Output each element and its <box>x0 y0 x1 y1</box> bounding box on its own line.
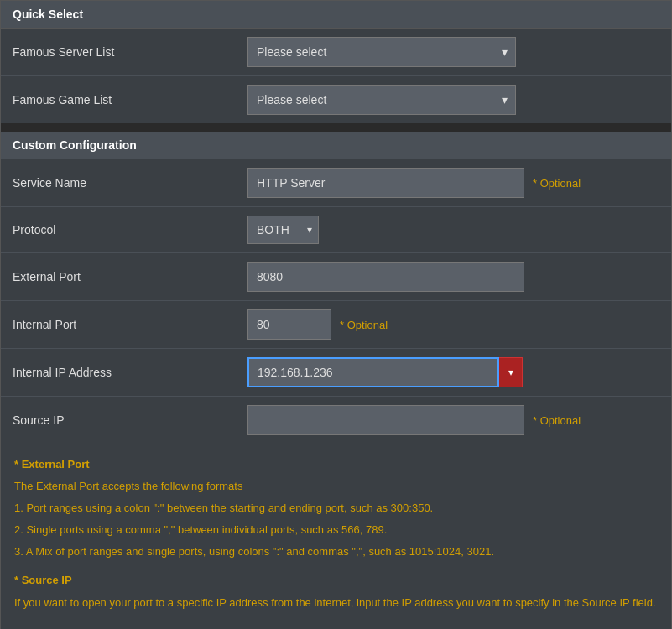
source-ip-help-line-0: If you want to open your port to a speci… <box>14 594 658 612</box>
internal-port-row: Internal Port * Optional <box>1 301 671 349</box>
external-port-help-line-3: 3. A Mix of port ranges and single ports… <box>14 543 658 561</box>
protocol-input-col: BOTH TCP UDP <box>247 216 659 244</box>
internal-port-input[interactable] <box>247 309 331 340</box>
service-name-label: Service Name <box>13 176 247 190</box>
external-port-help-line-1: 1. Port ranges using a colon ":" between… <box>14 499 658 517</box>
external-port-input-col <box>247 262 659 292</box>
external-port-input[interactable] <box>247 262 524 292</box>
custom-config-body: Service Name * Optional Protocol BOTH TC… <box>1 159 671 444</box>
section-gap <box>1 123 671 132</box>
protocol-row: Protocol BOTH TCP UDP <box>1 207 671 253</box>
famous-game-row: Famous Game List Please select <box>1 76 671 123</box>
external-port-help-title: * External Port <box>14 455 658 474</box>
source-ip-help-title: * Source IP <box>14 571 658 590</box>
famous-server-row: Famous Server List Please select <box>1 29 671 76</box>
famous-server-select[interactable]: Please select <box>247 37 516 67</box>
famous-game-select-wrapper: Please select <box>247 85 516 115</box>
help-section: * External Port The External Port accept… <box>1 444 671 629</box>
internal-port-label: Internal Port <box>13 318 247 331</box>
protocol-select[interactable]: BOTH TCP UDP <box>247 216 319 244</box>
quick-select-header: Quick Select <box>1 1 671 29</box>
service-name-optional: * Optional <box>533 177 581 190</box>
internal-ip-row: Internal IP Address ▾ <box>1 349 671 397</box>
external-port-help: * External Port The External Port accept… <box>14 455 658 561</box>
source-ip-optional: * Optional <box>533 414 581 427</box>
famous-server-label: Famous Server List <box>13 45 247 59</box>
external-port-row: External Port <box>1 253 671 301</box>
famous-server-input-col: Please select <box>247 37 659 67</box>
internal-port-input-col: * Optional <box>247 309 659 340</box>
internal-ip-input[interactable] <box>247 357 499 387</box>
internal-ip-input-col: ▾ <box>247 357 659 387</box>
ip-input-wrapper: ▾ <box>247 357 523 387</box>
famous-game-select[interactable]: Please select <box>247 85 516 115</box>
quick-select-body: Famous Server List Please select Famous … <box>1 29 671 123</box>
source-ip-input[interactable] <box>247 405 524 435</box>
protocol-select-wrapper: BOTH TCP UDP <box>247 216 319 244</box>
source-ip-row: Source IP * Optional <box>1 397 671 444</box>
dialog: Quick Select Famous Server List Please s… <box>0 0 672 629</box>
internal-ip-label: Internal IP Address <box>13 366 247 379</box>
service-name-input-col: * Optional <box>247 168 659 198</box>
source-ip-label: Source IP <box>13 413 247 427</box>
internal-port-optional: * Optional <box>340 319 388 331</box>
service-name-input[interactable] <box>247 168 524 198</box>
external-port-label: External Port <box>13 270 247 283</box>
service-name-row: Service Name * Optional <box>1 159 671 207</box>
source-ip-help: * Source IP If you want to open your por… <box>14 571 658 611</box>
famous-server-select-wrapper: Please select <box>247 37 516 67</box>
ip-dropdown-button[interactable]: ▾ <box>499 357 523 387</box>
external-port-help-line-0: The External Port accepts the following … <box>14 477 658 496</box>
famous-game-input-col: Please select <box>247 85 659 115</box>
source-ip-input-col: * Optional <box>247 405 659 435</box>
custom-config-header: Custom Configuration <box>1 132 671 159</box>
famous-game-label: Famous Game List <box>13 93 247 107</box>
external-port-help-line-2: 2. Single ports using a comma "," betwee… <box>14 521 658 539</box>
protocol-label: Protocol <box>13 223 247 237</box>
